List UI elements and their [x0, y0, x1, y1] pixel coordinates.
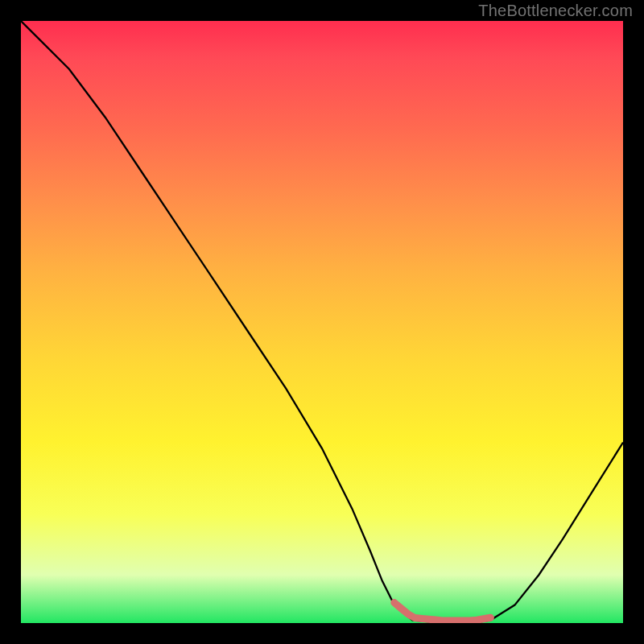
bottleneck-curve — [21, 21, 623, 623]
bottleneck-curve-plot — [21, 21, 623, 623]
nadir-highlight — [394, 603, 491, 621]
credit-watermark: TheBottlenecker.com — [478, 2, 633, 20]
